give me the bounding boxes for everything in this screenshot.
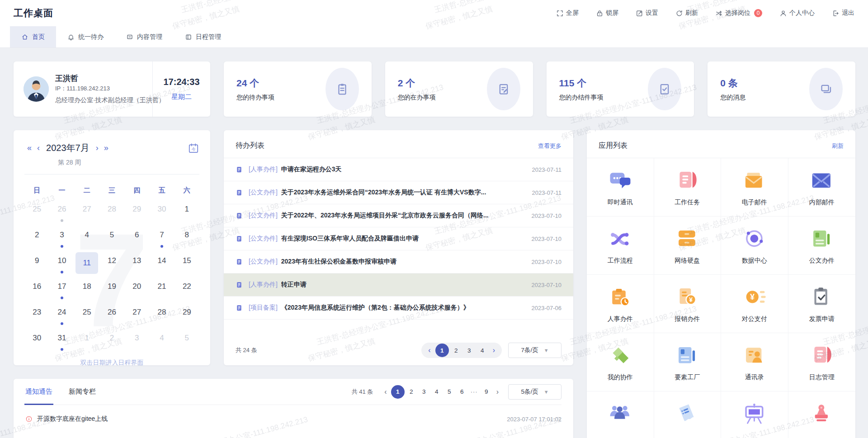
- calendar-day[interactable]: 23: [24, 304, 49, 330]
- pager-prev-button[interactable]: ‹: [425, 346, 434, 354]
- calendar-day[interactable]: 15: [175, 252, 199, 278]
- tab-home[interactable]: 首页: [10, 26, 56, 47]
- apps-refresh-link[interactable]: 刷新: [832, 142, 844, 150]
- calendar-day[interactable]: 4: [149, 330, 174, 355]
- calendar-day[interactable]: 14: [149, 252, 174, 278]
- pager-page-1[interactable]: 1: [391, 385, 405, 399]
- select-post-button[interactable]: 选择岗位0: [715, 9, 762, 17]
- tab-schedule-mgmt[interactable]: 日程管理: [174, 26, 232, 47]
- calendar-day[interactable]: 25: [75, 304, 99, 330]
- app-work-task[interactable]: 工作任务: [654, 158, 722, 217]
- pager-prev-button[interactable]: ‹: [381, 388, 390, 396]
- calendar-day[interactable]: 6: [124, 226, 149, 252]
- calendar-day[interactable]: 8: [175, 226, 199, 252]
- calendar-day[interactable]: 22: [175, 278, 199, 304]
- app-log-management[interactable]: 日志管理: [788, 333, 856, 391]
- app-network-disk[interactable]: 网络硬盘: [654, 217, 722, 275]
- calendar-day[interactable]: 30: [24, 330, 49, 355]
- calendar-day[interactable]: 11: [75, 252, 99, 278]
- app-invoice-request[interactable]: 发票申请: [788, 275, 856, 333]
- calendar-day[interactable]: 7: [149, 226, 174, 252]
- calendar-day[interactable]: 29: [124, 201, 149, 226]
- calendar-day[interactable]: 1: [75, 330, 99, 355]
- pager-page-3[interactable]: 3: [463, 344, 475, 356]
- pager-page-4[interactable]: 4: [476, 344, 488, 356]
- calendar-day[interactable]: 12: [99, 252, 124, 278]
- app-my-collaboration[interactable]: 我的协作: [587, 333, 654, 391]
- todo-item[interactable]: [公文办件] 关于2023年水务运维外采合同“2023年水务局统一认证 有生博大…: [224, 181, 573, 204]
- calendar-day[interactable]: 18: [75, 278, 99, 304]
- pager-page-3[interactable]: 3: [418, 386, 430, 398]
- todo-item[interactable]: [人事办件] 申请在家远程办公3天 2023-07-11: [224, 158, 573, 181]
- calendar-day[interactable]: 1: [175, 201, 199, 226]
- calendar-day[interactable]: 25: [24, 201, 49, 226]
- todo-item[interactable]: [项目备案] 《2023年局信息系统运行维护（第2包：基础办公系统技术服务）》 …: [224, 297, 573, 320]
- app-reimbursement[interactable]: 报销办件: [654, 275, 722, 333]
- profile-button[interactable]: 个人中心: [779, 9, 815, 17]
- pager-page-6[interactable]: 6: [456, 386, 468, 398]
- app-official-doc[interactable]: 公文办件: [788, 217, 856, 275]
- pager-page-1[interactable]: 1: [435, 344, 449, 357]
- app-hr-affairs[interactable]: 人事办件: [587, 275, 654, 333]
- calendar-day[interactable]: 29: [175, 304, 199, 330]
- calendar-day[interactable]: 9: [24, 252, 49, 278]
- calendar-next-month-button[interactable]: ›: [93, 143, 101, 153]
- app-internal-mail[interactable]: 内部邮件: [788, 158, 856, 217]
- calendar-next-year-button[interactable]: »: [101, 143, 111, 153]
- calendar-day[interactable]: 2: [24, 226, 49, 252]
- app-element-factory[interactable]: 要素工厂: [654, 333, 722, 391]
- calendar-day[interactable]: 3: [124, 330, 149, 355]
- notice-tab-notices[interactable]: 通知通告: [25, 379, 52, 405]
- settings-button[interactable]: 设置: [636, 9, 658, 17]
- app-app-partial-4[interactable]: [788, 391, 856, 438]
- todo-view-more-link[interactable]: 查看更多: [538, 142, 561, 150]
- pager-page-4[interactable]: 4: [431, 386, 443, 398]
- pager-page-5[interactable]: 5: [443, 386, 455, 398]
- calendar-today-icon[interactable]: [188, 142, 199, 154]
- todo-page-size-select[interactable]: 7条/页 ▼: [508, 343, 561, 358]
- calendar-day[interactable]: 4: [75, 226, 99, 252]
- pager-page-2[interactable]: 2: [450, 344, 462, 356]
- calendar-day[interactable]: 27: [75, 201, 99, 226]
- pager-page-9[interactable]: 9: [481, 386, 492, 398]
- calendar-day[interactable]: 16: [24, 278, 49, 304]
- app-app-partial-2[interactable]: [654, 391, 722, 438]
- todo-item[interactable]: [公文办件] 2023年有生社保公积金基数申报审核申请 2023-07-10: [224, 250, 573, 273]
- calendar-day[interactable]: 20: [124, 278, 149, 304]
- calendar-day[interactable]: 28: [149, 304, 174, 330]
- calendar-day[interactable]: 5: [99, 226, 124, 252]
- calendar-day[interactable]: 2: [99, 330, 124, 355]
- fullscreen-button[interactable]: 全屏: [556, 9, 579, 17]
- calendar-prev-year-button[interactable]: «: [24, 143, 34, 153]
- todo-item[interactable]: [人事办件] 转正申请 2023-07-10: [224, 273, 573, 297]
- app-app-partial-3[interactable]: [721, 391, 788, 438]
- app-workflow[interactable]: 工作流程: [587, 217, 654, 275]
- notice-page-size-select[interactable]: 5条/页 ▼: [508, 384, 561, 400]
- pager-next-button[interactable]: ›: [493, 388, 502, 396]
- app-contacts[interactable]: 通讯录: [721, 333, 788, 391]
- stat-card-done-count[interactable]: 115 个 您的办结件事项: [547, 61, 694, 117]
- notice-tab-news[interactable]: 新闻专栏: [69, 379, 96, 405]
- stat-card-inprogress-count[interactable]: 2 个 您的在办事项: [385, 61, 533, 117]
- calendar-day[interactable]: 19: [99, 278, 124, 304]
- calendar-day[interactable]: 26: [49, 201, 74, 226]
- calendar-day[interactable]: 31: [49, 330, 74, 355]
- calendar-day[interactable]: 30: [149, 201, 174, 226]
- refresh-button[interactable]: 刷新: [675, 9, 698, 17]
- pager-page-2[interactable]: 2: [406, 386, 417, 398]
- calendar-day[interactable]: 5: [175, 330, 199, 355]
- app-instant-messaging[interactable]: 即时通讯: [587, 158, 654, 217]
- calendar-prev-month-button[interactable]: ‹: [34, 143, 42, 153]
- app-email[interactable]: 电子邮件: [721, 158, 788, 217]
- calendar-day[interactable]: 28: [99, 201, 124, 226]
- stat-card-message-count[interactable]: 0 条 您的消息: [708, 61, 855, 117]
- notice-item[interactable]: 开源数字底座在gitee上线 2023-07-07 17:01:02: [25, 405, 561, 423]
- todo-item[interactable]: [公文办件] 有生深境ISO三体系年审人员配合及牌匾借出申请 2023-07-1…: [224, 227, 573, 250]
- app-data-center[interactable]: 数据中心: [721, 217, 788, 275]
- stat-card-todo-count[interactable]: 24 个 您的待办事项: [224, 61, 372, 117]
- logout-button[interactable]: 退出: [832, 9, 854, 17]
- app-app-partial-1[interactable]: [587, 391, 654, 438]
- app-corporate-payment[interactable]: 对公支付: [721, 275, 788, 333]
- lockscreen-button[interactable]: 锁屏: [596, 9, 618, 17]
- calendar-day[interactable]: 27: [124, 304, 149, 330]
